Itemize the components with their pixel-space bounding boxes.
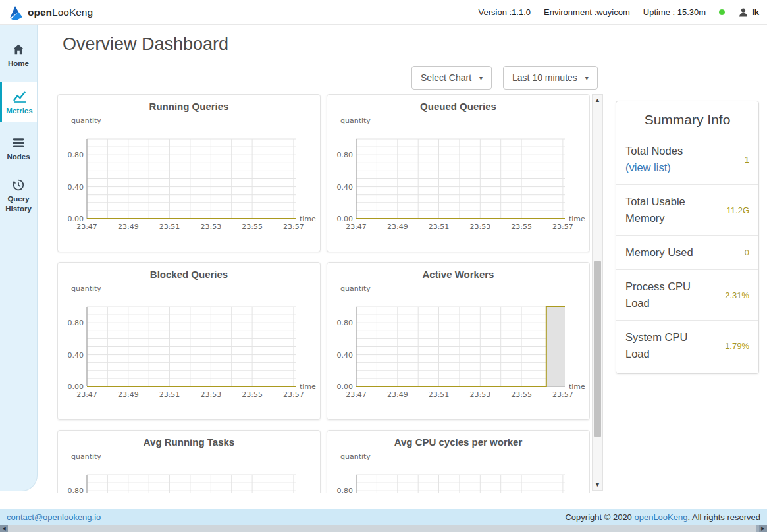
version-label: Version :1.1.0	[479, 7, 531, 17]
brand-name: openLooKeng	[28, 7, 93, 18]
svg-text:23:51: 23:51	[429, 390, 450, 399]
sidebar-item-label: Nodes	[5, 152, 31, 162]
svg-text:quantity: quantity	[340, 452, 371, 461]
sidebar-item-nodes[interactable]: Nodes	[0, 128, 37, 170]
summary-value: 1.79%	[725, 341, 749, 351]
svg-text:0.80: 0.80	[68, 319, 84, 327]
svg-text:23:49: 23:49	[387, 223, 408, 231]
svg-text:0.80: 0.80	[68, 151, 84, 159]
chevron-down-icon: ▾	[479, 74, 483, 82]
chart-title: Active Workers	[327, 269, 589, 280]
svg-text:23:51: 23:51	[159, 223, 180, 231]
scroll-right-icon[interactable]: ▶	[759, 525, 767, 532]
chart-title: Avg CPU cycles per worker	[327, 437, 589, 448]
time-range-label: Last 10 minutes	[512, 72, 577, 83]
scroll-down-icon[interactable]: ▼	[593, 481, 602, 488]
user-menu[interactable]: lk	[738, 7, 759, 18]
svg-text:0.40: 0.40	[68, 183, 84, 192]
svg-text:23:53: 23:53	[200, 390, 221, 399]
chart-card-queued-queries: Queued Queries0.000.400.80quantity23:472…	[327, 94, 590, 252]
charts-vertical-scrollbar[interactable]: ▲ ▼	[592, 94, 603, 491]
sidebar-item-query-history[interactable]: Query History	[0, 170, 37, 222]
summary-label: System CPU Load	[625, 329, 699, 362]
sidebar-item-metrics[interactable]: Metrics	[0, 82, 37, 122]
svg-text:23:55: 23:55	[511, 390, 532, 399]
time-range-dropdown[interactable]: Last 10 minutes ▾	[503, 66, 598, 90]
select-chart-dropdown[interactable]: Select Chart ▾	[411, 66, 492, 90]
summary-value: 0	[745, 248, 749, 257]
chart-plot: 0.000.400.80quantity23:4723:4923:5123:53…	[58, 447, 321, 493]
svg-text:23:53: 23:53	[200, 223, 221, 231]
chart-card-active-workers: Active Workers0.000.400.80quantity23:472…	[327, 262, 590, 420]
scrollbar-thumb[interactable]	[8, 525, 756, 532]
svg-text:23:57: 23:57	[552, 223, 573, 231]
svg-text:0.40: 0.40	[68, 351, 84, 359]
scroll-up-icon[interactable]: ▲	[593, 97, 602, 103]
horizontal-scrollbar[interactable]: ◀ ▶	[0, 525, 767, 532]
charts-viewport: Running Queries0.000.400.80quantity23:47…	[57, 94, 590, 493]
chart-plot: 0.000.400.80quantity23:4723:4923:5123:53…	[58, 279, 321, 404]
sidebar-item-home[interactable]: Home	[0, 34, 37, 76]
svg-text:quantity: quantity	[71, 117, 101, 125]
scrollbar-thumb[interactable]	[594, 261, 601, 437]
svg-text:0.80: 0.80	[337, 151, 354, 159]
summary-row-process-cpu-load: Process CPU Load 2.31%	[616, 269, 758, 320]
summary-info-panel: Summary Info Total Nodes (view list) 1 T…	[616, 101, 759, 374]
sidebar: Home Metrics Nodes Query History	[0, 25, 38, 491]
svg-text:23:47: 23:47	[346, 390, 367, 399]
svg-text:0.80: 0.80	[68, 487, 84, 493]
top-bar: openLooKeng Version :1.1.0 Environment :…	[0, 0, 767, 25]
summary-row-total-usable-memory: Total Usable Memory 11.2G	[616, 184, 758, 235]
openlookeng-link[interactable]: openLooKeng	[634, 512, 687, 522]
svg-text:time: time	[569, 215, 585, 223]
scroll-left-icon[interactable]: ◀	[0, 525, 8, 532]
environment-label: Environment :wuyicom	[544, 7, 630, 17]
contact-link[interactable]: contact@openlookeng.io	[7, 512, 101, 522]
svg-text:0.40: 0.40	[337, 183, 354, 192]
openlookeng-logo-icon	[8, 5, 24, 20]
metrics-icon	[12, 88, 28, 104]
select-chart-label: Select Chart	[421, 72, 471, 83]
svg-text:23:57: 23:57	[283, 390, 304, 399]
summary-value: 11.2G	[727, 205, 749, 215]
summary-title: Summary Info	[616, 112, 758, 128]
svg-text:23:55: 23:55	[242, 390, 263, 399]
summary-label: Total Nodes (view list)	[625, 143, 699, 176]
chart-plot: 0.000.400.80quantity23:4723:4923:5123:53…	[58, 111, 321, 236]
copyright: Copyright © 2020 openLooKeng. All rights…	[565, 512, 760, 522]
summary-value: 2.31%	[725, 290, 749, 300]
user-icon	[738, 7, 749, 18]
svg-text:quantity: quantity	[71, 452, 101, 461]
chart-card-blocked-queries: Blocked Queries0.000.400.80quantity23:47…	[57, 262, 321, 420]
svg-text:0.80: 0.80	[337, 487, 354, 493]
view-list-link[interactable]: (view list)	[625, 161, 671, 173]
svg-text:23:53: 23:53	[469, 390, 490, 399]
svg-text:23:49: 23:49	[118, 390, 139, 399]
copyright-prefix: Copyright © 2020	[565, 512, 634, 522]
summary-value: 1	[745, 155, 749, 165]
status-dot	[719, 9, 725, 15]
summary-label-text: Total Nodes	[625, 145, 683, 157]
svg-text:23:47: 23:47	[346, 223, 367, 231]
summary-row-memory-used: Memory Used 0	[616, 235, 758, 269]
nodes-icon	[11, 136, 26, 150]
chart-title: Avg Running Tasks	[58, 437, 320, 448]
svg-text:0.40: 0.40	[337, 351, 354, 359]
svg-text:23:49: 23:49	[387, 390, 408, 399]
svg-text:23:51: 23:51	[159, 390, 180, 399]
summary-row-system-cpu-load: System CPU Load 1.79%	[616, 320, 758, 371]
sidebar-item-label: Home	[7, 59, 30, 68]
svg-text:23:51: 23:51	[429, 223, 450, 231]
svg-text:0.80: 0.80	[337, 319, 354, 327]
chart-card-avg-cpu-cycles-per-worker: Avg CPU cycles per worker0.000.400.80qua…	[327, 430, 590, 493]
sidebar-item-label: Query History	[0, 194, 37, 214]
chart-card-running-queries: Running Queries0.000.400.80quantity23:47…	[57, 94, 321, 252]
svg-text:23:49: 23:49	[118, 223, 139, 231]
summary-label: Memory Used	[625, 244, 693, 261]
svg-text:quantity: quantity	[340, 117, 371, 125]
svg-text:23:47: 23:47	[76, 390, 97, 399]
charts-grid: Running Queries0.000.400.80quantity23:47…	[57, 94, 590, 493]
svg-text:23:55: 23:55	[242, 223, 263, 231]
svg-text:time: time	[300, 215, 316, 223]
chart-card-avg-running-tasks: Avg Running Tasks0.000.400.80quantity23:…	[57, 430, 321, 493]
